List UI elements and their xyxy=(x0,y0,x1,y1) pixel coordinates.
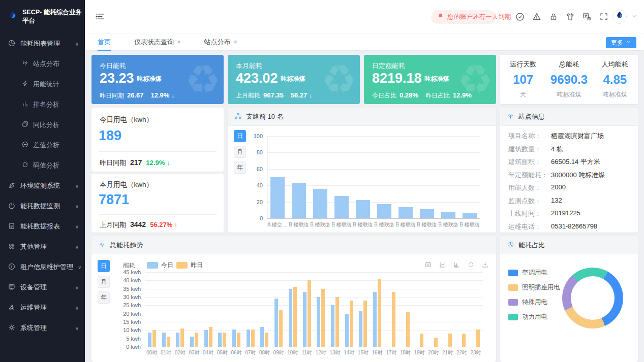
period-toggle-年[interactable]: 年 xyxy=(98,291,110,304)
legend-item-动力用电[interactable]: 动力用电 xyxy=(508,313,560,321)
close-icon[interactable]: × xyxy=(177,38,181,46)
account-expiry-alert[interactable]: 您的账户还有一天到期 xyxy=(431,10,496,24)
sidebar-item-系统管理[interactable]: 系统管理∨ xyxy=(0,318,85,338)
今日-bar[interactable] xyxy=(303,292,306,347)
fullscreen-icon[interactable] xyxy=(599,12,609,22)
今日-bar[interactable] xyxy=(218,333,222,347)
昨日-bar[interactable] xyxy=(195,333,198,347)
bar[interactable] xyxy=(463,213,477,218)
tab-仪表状态查询[interactable]: 仪表状态查询× xyxy=(134,34,181,51)
昨日-bar[interactable] xyxy=(392,292,395,347)
sidebar-subitem-站点分布[interactable]: 站点分布 xyxy=(0,54,85,74)
昨日-bar[interactable] xyxy=(167,337,170,347)
download-icon[interactable] xyxy=(481,261,489,271)
今日-bar[interactable] xyxy=(247,330,250,347)
今日-bar[interactable] xyxy=(274,299,278,347)
sidebar-subitem-同比分析[interactable]: 同比分析 xyxy=(0,115,85,135)
chevron-down-icon[interactable] xyxy=(631,13,638,22)
sidebar-item-设备管理[interactable]: 设备管理∨ xyxy=(0,277,85,298)
昨日-bar[interactable] xyxy=(420,334,423,347)
今日-bar[interactable] xyxy=(345,314,349,347)
bar[interactable] xyxy=(356,200,370,218)
tab-首页[interactable]: 首页 xyxy=(98,34,111,51)
period-toggle-月[interactable]: 月 xyxy=(98,276,110,288)
昨日-bar[interactable] xyxy=(209,327,212,347)
昨日-bar[interactable] xyxy=(279,310,283,347)
昨日-bar[interactable] xyxy=(308,280,311,347)
昨日-bar[interactable] xyxy=(223,333,226,347)
昨日-bar[interactable] xyxy=(448,334,452,347)
今日-bar[interactable] xyxy=(289,289,292,347)
avatar[interactable] xyxy=(612,10,627,24)
sidebar-item-运维管理[interactable]: 运维管理∨ xyxy=(0,298,85,318)
昨日-bar[interactable] xyxy=(152,330,156,347)
sidebar-subitem-码值分析[interactable]: 码值分析 xyxy=(0,155,85,176)
sidebar-item-能耗图表管理[interactable]: 能耗图表管理∧ xyxy=(0,34,85,54)
昨日-bar[interactable] xyxy=(237,333,240,347)
sidebar-subitem-排名分析[interactable]: 排名分析 xyxy=(0,94,85,115)
昨日-bar[interactable] xyxy=(350,301,353,347)
bar[interactable] xyxy=(313,189,327,218)
bar-slot xyxy=(352,136,374,218)
今日-bar[interactable] xyxy=(148,333,151,347)
sidebar-subitem-用能统计[interactable]: 用能统计 xyxy=(0,74,85,94)
legend-item-空调用电[interactable]: 空调用电 xyxy=(508,269,560,277)
lock-icon[interactable] xyxy=(548,12,559,22)
bar[interactable] xyxy=(441,212,455,218)
data-view-icon[interactable] xyxy=(424,261,432,271)
sidebar-item-其他管理[interactable]: 其他管理∨ xyxy=(0,237,85,257)
sidebar-item-环境监测系统[interactable]: 环境监测系统∨ xyxy=(0,176,85,196)
info-value: 66505.14 平方米 xyxy=(551,157,600,167)
今日-bar[interactable] xyxy=(204,330,208,347)
close-icon[interactable]: × xyxy=(234,38,238,46)
昨日-bar[interactable] xyxy=(293,287,297,347)
昨日-bar[interactable] xyxy=(335,297,339,347)
昨日-bar[interactable] xyxy=(363,301,367,347)
今日-bar[interactable] xyxy=(176,333,179,347)
今日-bar[interactable] xyxy=(373,292,377,347)
sidebar-subitem-差值分析[interactable]: 差值分析 xyxy=(0,135,85,155)
昨日-bar[interactable] xyxy=(251,330,255,347)
sidebar-item-能耗数据监测[interactable]: 能耗数据监测∨ xyxy=(0,196,85,216)
今日-bar[interactable] xyxy=(162,333,166,347)
tab-站点分布[interactable]: 站点分布× xyxy=(204,34,238,51)
sidebar-item-租户信息维护管理[interactable]: 租户信息维护管理∨ xyxy=(0,257,85,277)
今日-bar[interactable] xyxy=(190,337,194,347)
昨日-bar[interactable] xyxy=(462,334,466,347)
bar[interactable] xyxy=(270,177,285,218)
今日-bar[interactable] xyxy=(331,305,334,347)
今日-bar[interactable] xyxy=(359,311,362,347)
more-button[interactable]: 更多 xyxy=(606,37,636,48)
theme-shirt-icon[interactable] xyxy=(565,12,575,22)
bar[interactable] xyxy=(398,207,413,218)
昨日-bar[interactable] xyxy=(434,338,438,347)
bar[interactable] xyxy=(292,183,306,218)
x-axis-tick: 02时 xyxy=(173,349,187,356)
legend-item-昨日[interactable]: 昨日 xyxy=(176,261,203,270)
bar-chart-icon[interactable] xyxy=(453,261,461,271)
line-chart-icon[interactable] xyxy=(439,261,446,271)
legend-item-照明插座用电[interactable]: 照明插座用电 xyxy=(508,283,560,292)
今日-bar[interactable] xyxy=(232,330,236,347)
x-axis-tick: 14时 xyxy=(342,349,356,356)
昨日-bar[interactable] xyxy=(265,333,268,347)
bar[interactable] xyxy=(377,204,391,218)
昨日-bar[interactable] xyxy=(406,312,410,347)
collapse-menu-icon[interactable] xyxy=(95,11,105,24)
bar[interactable] xyxy=(420,209,434,218)
legend-item-今日[interactable]: 今日 xyxy=(147,261,173,270)
昨日-bar[interactable] xyxy=(180,328,184,347)
昨日-bar[interactable] xyxy=(378,279,381,347)
昨日-bar[interactable] xyxy=(321,289,325,347)
period-toggle-日[interactable]: 日 xyxy=(98,260,110,272)
今日-bar[interactable] xyxy=(260,327,264,347)
warning-triangle-icon[interactable] xyxy=(532,12,542,22)
translate-icon[interactable] xyxy=(582,12,592,22)
今日-bar[interactable] xyxy=(317,297,320,347)
theme-check-icon[interactable] xyxy=(515,12,525,22)
sidebar-item-能耗数据报表[interactable]: 能耗数据报表∨ xyxy=(0,216,85,237)
bar[interactable] xyxy=(334,196,349,218)
legend-item-特殊用电[interactable]: 特殊用电 xyxy=(508,298,560,307)
refresh-icon[interactable] xyxy=(467,261,475,271)
昨日-bar[interactable] xyxy=(476,330,480,347)
